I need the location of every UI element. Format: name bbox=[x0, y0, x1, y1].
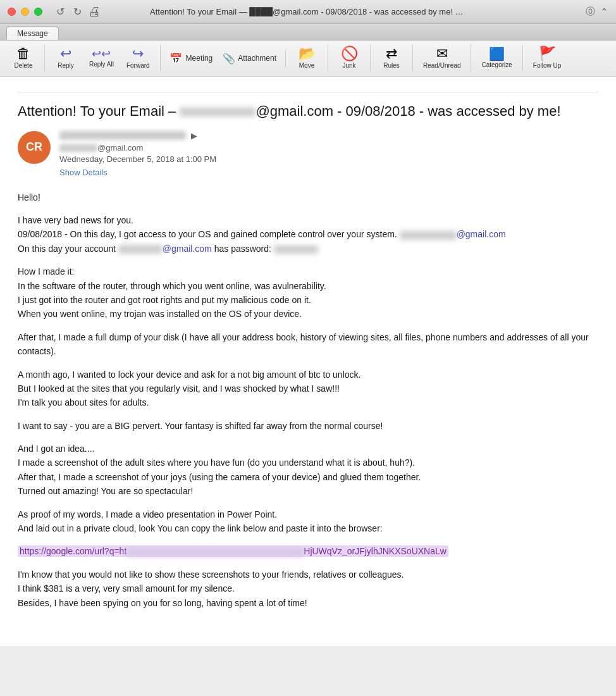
final1: I'm know that you would not like to show… bbox=[18, 569, 403, 580]
forward-button[interactable]: ↻ bbox=[71, 4, 84, 19]
link-suffix: HjUWqVz_orJFjylhJNKXSoUXNaLw bbox=[304, 546, 447, 556]
rules-button[interactable]: ⇄ Rules bbox=[376, 44, 407, 72]
reply-group: ↩ Reply ↩↩ Reply All ↪ Forward bbox=[50, 44, 161, 72]
line1: I have very bad news for you. bbox=[18, 215, 133, 225]
close-button[interactable] bbox=[8, 8, 16, 16]
junk-label: Junk bbox=[342, 62, 355, 70]
final2: I think $381 is a very, very small amoun… bbox=[18, 583, 235, 593]
lock2: But I looked at the sites that you regul… bbox=[18, 383, 340, 394]
sender-info: ▶ @gmail.com Wednesday, December 5, 2018… bbox=[59, 131, 598, 178]
screenshot2: After that, I made a screenshot of your … bbox=[18, 472, 421, 482]
password-blurred bbox=[274, 245, 318, 254]
line3-email-domain: @gmail.com bbox=[163, 244, 212, 254]
meeting-button[interactable]: 📅 Meeting bbox=[166, 50, 217, 67]
tab-bar: Message bbox=[0, 24, 616, 40]
followup-button[interactable]: 🚩 Follow Up bbox=[528, 44, 566, 72]
categorize-button[interactable]: 🟦 Categorize bbox=[476, 45, 517, 71]
router2: I just got into the router and got root … bbox=[18, 295, 311, 305]
forward-button[interactable]: ↪ Forward bbox=[121, 44, 155, 72]
bad-news: I have very bad news for you. 09/08/2018… bbox=[18, 213, 598, 256]
title-actions: ⓪ ⌃ bbox=[586, 6, 608, 18]
collapse-button[interactable]: ⌃ bbox=[600, 6, 608, 18]
line3: On this day your account bbox=[18, 244, 116, 254]
line2-email[interactable]: @gmail.com bbox=[400, 229, 506, 239]
delete-icon: 🗑 bbox=[16, 47, 30, 61]
link-paragraph: https://google.com/url?q=htHjUWqVz_orJFj… bbox=[18, 544, 598, 558]
minimize-button[interactable] bbox=[21, 8, 29, 16]
final-paragraph: I'm know that you would not like to show… bbox=[18, 568, 598, 610]
show-details-link[interactable]: Show Details bbox=[59, 168, 108, 177]
email-body: Hello! I have very bad news for you. 09/… bbox=[18, 190, 598, 610]
sender-email-domain: @gmail.com bbox=[97, 143, 143, 152]
sender-avatar: CR bbox=[18, 131, 51, 164]
router1: In the software of the router, through w… bbox=[18, 281, 326, 291]
meeting-icon: 📅 bbox=[169, 53, 182, 65]
line3-email[interactable]: @gmail.com bbox=[118, 244, 212, 254]
read-unread-button[interactable]: ✉ Read/Unread bbox=[418, 44, 465, 72]
title-bar: ↺ ↻ 🖨 Attention! To your Email — ████@gm… bbox=[0, 0, 616, 24]
sender-arrow: ▶ bbox=[191, 131, 197, 140]
proof2: And laid out in a private cloud, look Yo… bbox=[18, 523, 383, 533]
categorize-group: 🟦 Categorize bbox=[476, 45, 522, 71]
sender-email: @gmail.com bbox=[59, 143, 598, 152]
link-blurred bbox=[126, 548, 304, 557]
subject-email-blurred bbox=[180, 108, 256, 116]
how-made-it: How I made it: In the software of the ro… bbox=[18, 264, 598, 321]
screenshot1: I made a screenshot of the adult sites w… bbox=[18, 457, 415, 468]
rules-group: ⇄ Rules bbox=[376, 44, 413, 72]
junk-button[interactable]: 🚫 Junk bbox=[333, 44, 365, 72]
print-icon: 🖨 bbox=[88, 4, 101, 19]
screenshot3: Turned out amazing! You are so spectacul… bbox=[18, 486, 193, 496]
nav-controls: ↺ ↻ 🖨 bbox=[54, 4, 101, 19]
sender-email-blurred bbox=[59, 144, 97, 152]
message-container: Attention! To your Email – @gmail.com - … bbox=[0, 77, 616, 646]
toolbar: 🗑 Delete ↩ Reply ↩↩ Reply All ↪ Forward … bbox=[0, 40, 616, 77]
lock3: I'm talk you about sites for adults. bbox=[18, 397, 149, 407]
router3: When you went online, my trojan was inst… bbox=[18, 309, 302, 319]
meeting-label: Meeting bbox=[186, 54, 213, 63]
attachment-icon: 📎 bbox=[223, 53, 235, 65]
window-controls bbox=[8, 8, 42, 16]
message-subject: Attention! To your Email – @gmail.com - … bbox=[18, 103, 598, 121]
sender-name-row: ▶ bbox=[59, 131, 598, 140]
proof1: As proof of my words, I made a video pre… bbox=[18, 509, 277, 519]
attachment-button[interactable]: 📎 Attachment bbox=[219, 50, 280, 67]
idea: And I got an idea.... bbox=[18, 444, 94, 454]
reply-button[interactable]: ↩ Reply bbox=[50, 44, 82, 72]
junk-group: 🚫 Junk bbox=[333, 44, 371, 72]
delete-button[interactable]: 🗑 Delete bbox=[8, 44, 39, 72]
help-button[interactable]: ⓪ bbox=[586, 6, 595, 18]
idea-paragraph: And I got an idea.... I made a screensho… bbox=[18, 442, 598, 499]
move-icon: 📂 bbox=[299, 47, 316, 61]
maximize-button[interactable] bbox=[34, 8, 42, 16]
sender-name-blurred bbox=[59, 131, 186, 140]
how-label: How I made it: bbox=[18, 266, 74, 277]
reply-all-button[interactable]: ↩↩ Reply All bbox=[84, 46, 119, 71]
message-header: CR ▶ @gmail.com Wednesday, December 5, 2… bbox=[18, 131, 598, 178]
categorize-label: Categorize bbox=[481, 61, 512, 69]
reply-icon: ↩ bbox=[60, 47, 71, 61]
move-label: Move bbox=[299, 62, 314, 70]
malicious-link[interactable]: https://google.com/url?q=htHjUWqVz_orJFj… bbox=[18, 545, 448, 557]
attachment-label: Attachment bbox=[238, 54, 276, 63]
back-button[interactable]: ↺ bbox=[54, 4, 67, 19]
read-unread-group: ✉ Read/Unread bbox=[418, 44, 471, 72]
rules-label: Rules bbox=[383, 62, 400, 70]
pervert: I want to say - you are a BIG pervert. Y… bbox=[18, 419, 598, 433]
line2-email-blurred bbox=[400, 231, 457, 240]
dump: After that, I made a full dump of your d… bbox=[18, 330, 598, 359]
lock-paragraph: A month ago, I wanted to lock your devic… bbox=[18, 368, 598, 410]
move-group: 📂 Move bbox=[291, 44, 328, 72]
delete-label: Delete bbox=[15, 62, 33, 70]
message-tab[interactable]: Message bbox=[6, 27, 59, 40]
line2-email-domain: @gmail.com bbox=[457, 229, 506, 239]
lock1: A month ago, I wanted to lock your devic… bbox=[18, 370, 360, 380]
read-unread-icon: ✉ bbox=[436, 47, 448, 61]
followup-label: Follow Up bbox=[533, 62, 561, 70]
line3-pass: has password: bbox=[214, 244, 271, 254]
move-button[interactable]: 📂 Move bbox=[291, 44, 323, 72]
reply-all-label: Reply All bbox=[89, 61, 114, 68]
sender-date: Wednesday, December 5, 2018 at 1:00 PM bbox=[59, 154, 598, 164]
line2: 09/08/2018 - On this day, I got access t… bbox=[18, 229, 397, 239]
read-unread-label: Read/Unread bbox=[423, 62, 460, 70]
